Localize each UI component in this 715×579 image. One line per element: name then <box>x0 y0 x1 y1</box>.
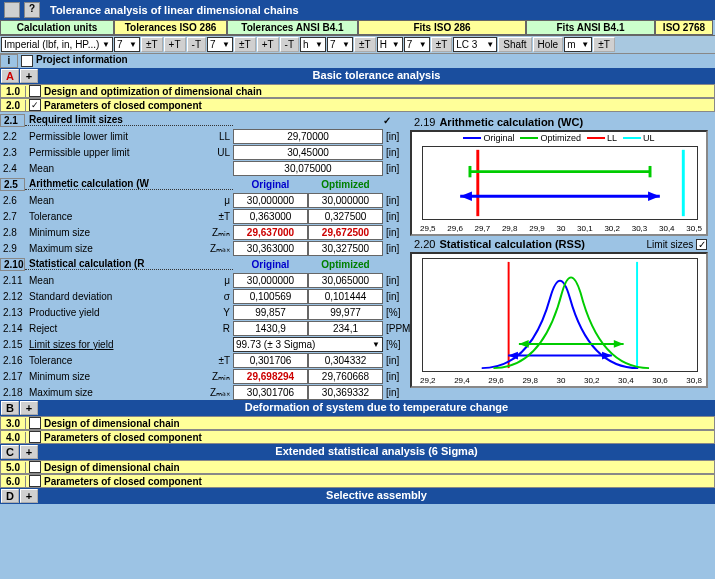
val1-2.13: 99,857 <box>233 305 308 320</box>
row-2.18: 2.18Maximum sizeZₘₐₓ 30,301706 30,369332… <box>0 384 408 400</box>
val2-2.18: 30,369332 <box>308 385 383 400</box>
section-B-letter[interactable]: B <box>1 401 19 415</box>
bar-3-0: 3.0Design of dimensional chain <box>0 416 715 430</box>
val-2.3[interactable]: 30,45000 <box>233 145 383 160</box>
section-D-plus[interactable]: + <box>20 489 38 503</box>
chk-5-0[interactable] <box>29 461 41 473</box>
sel-7d[interactable]: 7▼ <box>404 37 430 52</box>
btn-pmT-1[interactable]: ±T <box>141 37 163 52</box>
row-2.8: 2.8Minimum sizeZₘᵢₙ 29,637000 29,672500 … <box>0 224 408 240</box>
chevron-down-icon: ▼ <box>102 40 110 49</box>
section-A-plus[interactable]: + <box>20 69 38 83</box>
section-A-letter[interactable]: A <box>1 69 19 83</box>
val1-2.6: 30,000000 <box>233 193 308 208</box>
row-2.2: 2.2Permissible lower limitLL 29,70000 [i… <box>0 128 408 144</box>
chart2-title: 2.20Statistical calculation (RSS) Limit … <box>410 236 711 252</box>
section-B: B + Deformation of system due to tempera… <box>0 400 715 416</box>
row-2.6: 2.6Meanμ 30,000000 30,000000 [in] <box>0 192 408 208</box>
btn-pmT-5[interactable]: ±T <box>593 37 615 52</box>
toolbar-row: Imperial (lbf, in, HP...)▼ 7▼ ±T +T -T 7… <box>0 36 715 53</box>
btn-mT-2[interactable]: -T <box>280 37 299 52</box>
btn-shaft[interactable]: Shaft <box>498 37 531 52</box>
svg-marker-7 <box>648 192 660 201</box>
val2-2.6: 30,000000 <box>308 193 383 208</box>
hdr-tol-iso286: Tolerances ISO 286 <box>114 20 227 35</box>
chk-1-0[interactable] <box>29 85 41 97</box>
section-C-letter[interactable]: C <box>1 445 19 459</box>
btn-pT-2[interactable]: +T <box>257 37 279 52</box>
proj-info-row: i Project information <box>0 53 715 68</box>
limit-yield-select[interactable]: 99.73 (± 3 Sigma)▼ <box>233 337 383 352</box>
chk-req-limits[interactable]: ✓ <box>383 115 408 126</box>
btn-pmT-4[interactable]: ±T <box>431 37 453 52</box>
sel-7b[interactable]: 7▼ <box>207 37 233 52</box>
limit-yield-row: 2.15 Limit sizes for yield 99.73 (± 3 Si… <box>0 336 408 352</box>
row-2.9: 2.9Maximum sizeZₘₐₓ 30,363000 30,327500 … <box>0 240 408 256</box>
chart2: 29,229,429,629,83030,230,430,630,8 <box>410 252 708 388</box>
val2-2.16: 0,304332 <box>308 353 383 368</box>
val1-2.17: 29,698294 <box>233 369 308 384</box>
val2-2.8: 29,672500 <box>308 225 383 240</box>
btn-pmT-2[interactable]: ±T <box>234 37 256 52</box>
chk-2-0[interactable]: ✓ <box>29 99 41 111</box>
stat-hdr: 2.10 Statistical calculation (R Original… <box>0 256 408 272</box>
row-2.14: 2.14RejectR 1430,9 234,1 [PPM] <box>0 320 408 336</box>
svg-marker-6 <box>460 192 472 201</box>
row-2.16: 2.16Tolerance±T 0,301706 0,304332 [in] <box>0 352 408 368</box>
chk-4-0[interactable] <box>29 431 41 443</box>
help-icon[interactable]: ? <box>24 2 40 18</box>
btn-mT-1[interactable]: -T <box>187 37 206 52</box>
chart1-legend: Original Optimized LL UL <box>412 132 706 143</box>
chk-6-0[interactable] <box>29 475 41 487</box>
title-bar: ? Tolerance analysis of linear dimension… <box>0 0 715 20</box>
row-2.7: 2.7Tolerance±T 0,363000 0,327500 [in] <box>0 208 408 224</box>
val1-2.18: 30,301706 <box>233 385 308 400</box>
proj-info-check[interactable] <box>21 55 33 67</box>
req-limits-hdr: 2.1 Required limit sizes ✓ <box>0 112 408 128</box>
sel-h[interactable]: h▼ <box>300 37 326 52</box>
sel-7a[interactable]: 7▼ <box>114 37 140 52</box>
sel-H[interactable]: H▼ <box>377 37 403 52</box>
val2-2.9: 30,327500 <box>308 241 383 256</box>
header-groups: Calculation units Tolerances ISO 286 Tol… <box>0 20 715 36</box>
chart1: Original Optimized LL UL 29,529,629,729,… <box>410 130 708 236</box>
btn-pT-1[interactable]: +T <box>164 37 186 52</box>
val2-2.12: 0,101444 <box>308 289 383 304</box>
section-D-letter[interactable]: D <box>1 489 19 503</box>
hdr-fits-ansi: Fits ANSI B4.1 <box>526 20 655 35</box>
row-2.11: 2.11Meanμ 30,000000 30,065000 [in] <box>0 272 408 288</box>
hdr-fits-iso286: Fits ISO 286 <box>358 20 526 35</box>
btn-hole[interactable]: Hole <box>533 37 564 52</box>
chart1-title: 2.19Arithmetic calculation (WC) <box>410 114 711 130</box>
svg-marker-14 <box>519 340 529 348</box>
val1-2.14: 1430,9 <box>233 321 308 336</box>
btn-pmT-3[interactable]: ±T <box>354 37 376 52</box>
val2-2.13: 99,977 <box>308 305 383 320</box>
svg-marker-15 <box>614 340 624 348</box>
val2-2.11: 30,065000 <box>308 273 383 288</box>
app-icon <box>4 2 20 18</box>
val1-2.16: 0,301706 <box>233 353 308 368</box>
app-title: Tolerance analysis of linear dimensional… <box>50 4 299 16</box>
arith-hdr: 2.5 Arithmetic calculation (W Original O… <box>0 176 408 192</box>
chk-3-0[interactable] <box>29 417 41 429</box>
sel-lc3[interactable]: LC 3▼ <box>453 37 497 52</box>
info-icon[interactable]: i <box>0 54 18 68</box>
hdr-iso2768: ISO 2768 <box>655 20 713 35</box>
val-2.2[interactable]: 29,70000 <box>233 129 383 144</box>
section-A: A + Basic tolerance analysis <box>0 68 715 84</box>
val1-2.12: 0,100569 <box>233 289 308 304</box>
bar-6-0: 6.0Parameters of closed component <box>0 474 715 488</box>
units-select[interactable]: Imperial (lbf, in, HP...)▼ <box>1 37 113 52</box>
val-2.4[interactable]: 30,075000 <box>233 161 383 176</box>
val1-2.8: 29,637000 <box>233 225 308 240</box>
section-C-plus[interactable]: + <box>20 445 38 459</box>
row-2.13: 2.13Productive yieldY 99,857 99,977 [%] <box>0 304 408 320</box>
val2-2.17: 29,760668 <box>308 369 383 384</box>
bar-4-0: 4.0Parameters of closed component <box>0 430 715 444</box>
chk-limitsizes[interactable]: ✓ <box>696 239 707 250</box>
sel-7c[interactable]: 7▼ <box>327 37 353 52</box>
bar-5-0: 5.0Design of dimensional chain <box>0 460 715 474</box>
section-B-plus[interactable]: + <box>20 401 38 415</box>
sel-m[interactable]: m▼ <box>564 37 592 52</box>
